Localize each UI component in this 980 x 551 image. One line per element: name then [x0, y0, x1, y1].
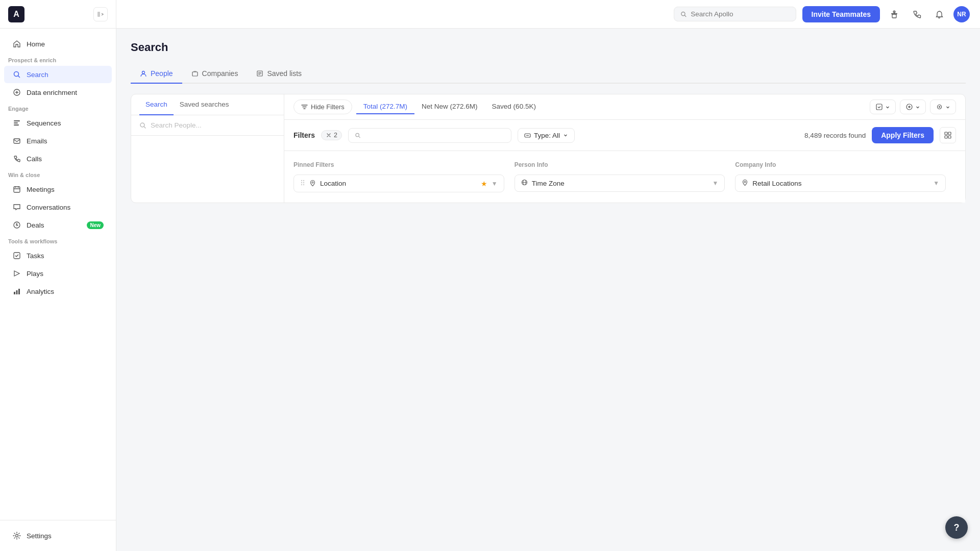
sidebar-item-label-search: Search — [27, 71, 104, 79]
export-button[interactable] — [870, 99, 896, 114]
tab-total[interactable]: Total (272.7M) — [356, 99, 414, 114]
search-people-input-area[interactable]: Search People... — [131, 115, 284, 136]
sidebar-item-data-enrichment[interactable]: Data enrichment — [4, 84, 112, 101]
bell-icon[interactable] — [931, 6, 947, 22]
tab-companies[interactable]: Companies — [182, 64, 248, 84]
tab-saved-lists[interactable]: Saved lists — [247, 64, 311, 84]
export-chevron-icon — [885, 105, 890, 110]
page-title: Search — [131, 41, 966, 54]
pinned-filters-title: Pinned Filters — [293, 161, 504, 168]
sidebar-item-label-sequences: Sequences — [27, 119, 104, 127]
phone-icon[interactable] — [909, 6, 925, 22]
invite-teammates-button[interactable]: Invite Teammates — [802, 6, 880, 22]
svg-point-26 — [356, 133, 359, 137]
sidebar-item-conversations[interactable]: Conversations — [4, 198, 112, 216]
retail-locations-chip-icon — [742, 179, 748, 187]
global-search-input[interactable] — [691, 10, 789, 18]
svg-rect-5 — [14, 124, 19, 126]
type-chevron-icon — [563, 133, 568, 138]
sidebar-item-sequences[interactable]: Sequences — [4, 114, 112, 132]
tab-saved[interactable]: Saved (60.5K) — [485, 99, 543, 114]
apply-filters-button[interactable]: Apply Filters — [872, 127, 934, 143]
home-icon — [12, 39, 21, 48]
svg-point-38 — [312, 182, 313, 183]
svg-rect-22 — [876, 104, 882, 110]
panel-tab-saved-searches[interactable]: Saved searches — [174, 94, 235, 115]
retail-locations-chip-caret: ▼ — [933, 180, 939, 187]
view-chevron-icon — [945, 105, 950, 110]
timezone-chip-label: Time Zone — [532, 180, 708, 187]
drag-handle-icon — [300, 179, 305, 188]
svg-rect-29 — [948, 132, 951, 135]
grid-view-icon — [944, 132, 951, 139]
sidebar-item-label-plays: Plays — [27, 270, 104, 278]
collapse-sidebar-button[interactable] — [93, 7, 108, 21]
svg-point-15 — [681, 12, 684, 15]
view-toggle-icon — [936, 103, 943, 111]
sidebar-item-calls[interactable]: Calls — [4, 150, 112, 167]
nav-section-tools: Tools & workflows — [0, 234, 116, 246]
sidebar-item-label-analytics: Analytics — [27, 288, 104, 295]
sidebar-item-analytics[interactable]: Analytics — [4, 283, 112, 300]
sidebar-bottom: Settings — [0, 520, 116, 551]
add-to-list-button[interactable] — [900, 99, 926, 114]
notifications-gift-icon[interactable] — [886, 6, 902, 22]
global-search[interactable] — [674, 7, 796, 21]
sidebar-item-plays[interactable]: Plays — [4, 265, 112, 282]
plays-icon — [12, 269, 21, 278]
tab-people[interactable]: People — [131, 64, 182, 84]
search-icon — [12, 70, 21, 79]
clear-filter-icon[interactable] — [326, 132, 332, 138]
sidebar-item-emails[interactable]: Emails — [4, 132, 112, 149]
sidebar-item-search[interactable]: Search — [4, 66, 112, 83]
person-info-col: Person Info Time Zone ▼ — [514, 161, 736, 192]
help-button[interactable]: ? — [945, 516, 968, 539]
filter-count: 2 — [334, 132, 337, 139]
sidebar-item-label-emails: Emails — [27, 137, 104, 145]
sidebar-item-label-meetings: Meetings — [27, 186, 104, 193]
sequences-icon — [12, 118, 21, 128]
company-info-col: Company Info Retail Locations ▼ — [735, 161, 956, 192]
search-people-placeholder: Search People... — [151, 121, 202, 129]
tab-people-label: People — [151, 69, 173, 78]
sidebar-nav: Home Prospect & enrich Search Data enric… — [0, 29, 116, 520]
sidebar-item-settings[interactable]: Settings — [4, 527, 112, 544]
filter-search-input-area[interactable]: location — [348, 128, 511, 143]
timezone-filter-chip[interactable]: Time Zone ▼ — [514, 174, 725, 192]
sidebar-item-label-tasks: Tasks — [27, 252, 104, 260]
filter-count-badge[interactable]: 2 — [321, 130, 342, 140]
svg-rect-19 — [192, 72, 198, 76]
sidebar-item-tasks[interactable]: Tasks — [4, 247, 112, 264]
meetings-icon — [12, 185, 21, 194]
nav-section-prospect: Prospect & enrich — [0, 53, 116, 65]
user-avatar[interactable]: NR — [953, 6, 970, 22]
grid-view-button[interactable] — [940, 127, 956, 143]
pinned-filters-col: Pinned Filters Location ★ ▼ — [293, 161, 514, 192]
panel-tab-search[interactable]: Search — [139, 94, 174, 115]
main-tabs: People Companies Saved lists — [131, 64, 966, 84]
view-toggle-button[interactable] — [930, 99, 956, 114]
retail-locations-chip-label: Retail Locations — [752, 180, 929, 187]
retail-locations-filter-chip[interactable]: Retail Locations ▼ — [735, 174, 946, 192]
type-select[interactable]: Type: All — [518, 128, 575, 143]
svg-rect-17 — [892, 14, 896, 18]
tab-net-new[interactable]: Net New (272.6M) — [414, 99, 485, 114]
filters-label: Filters — [293, 131, 315, 139]
deals-icon: $ — [12, 220, 21, 230]
svg-rect-28 — [945, 132, 947, 135]
location-chip-icon — [309, 180, 316, 188]
sidebar-item-home[interactable]: Home — [4, 35, 112, 53]
location-chip-caret: ▼ — [492, 180, 498, 187]
calls-icon — [12, 154, 21, 163]
records-found: 8,489 records found — [804, 132, 866, 139]
nav-section-engage: Engage — [0, 102, 116, 114]
svg-rect-3 — [14, 120, 20, 121]
people-tab-icon — [140, 70, 147, 77]
sidebar-item-deals[interactable]: $ Deals New — [4, 216, 112, 234]
app-logo[interactable]: A — [8, 6, 24, 22]
sidebar-item-meetings[interactable]: Meetings — [4, 181, 112, 198]
filter-search-input[interactable]: location — [365, 132, 505, 139]
svg-rect-12 — [16, 290, 18, 294]
location-filter-chip[interactable]: Location ★ ▼ — [293, 174, 504, 192]
hide-filters-button[interactable]: Hide Filters — [293, 99, 352, 114]
